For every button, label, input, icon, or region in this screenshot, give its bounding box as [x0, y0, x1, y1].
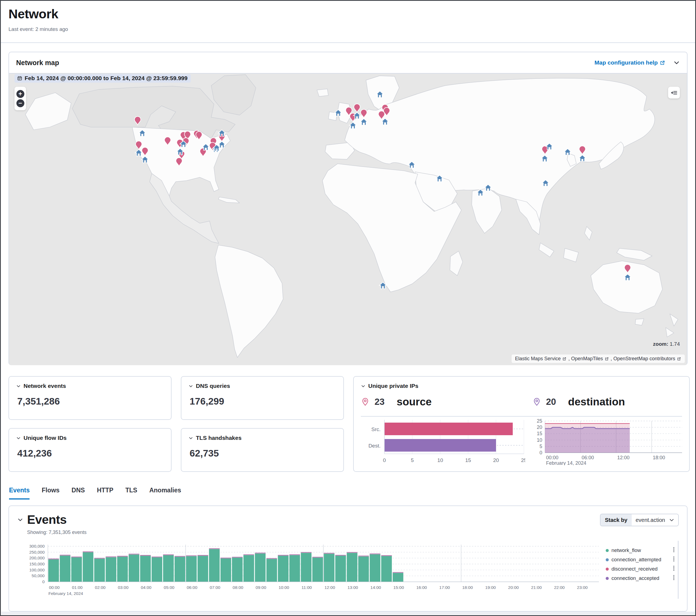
uip-bar[interactable]: [384, 439, 496, 452]
zoom-in-button[interactable]: +: [16, 90, 25, 98]
source-label: source: [397, 396, 432, 408]
legend-options-kebab-icon[interactable]: [673, 556, 675, 563]
tab-events[interactable]: Events: [9, 487, 30, 500]
network-events-card-header[interactable]: Network events: [16, 383, 164, 389]
tls-handshakes-card: TLS handshakes 62,735: [181, 428, 344, 472]
histogram-bar[interactable]: [243, 555, 254, 582]
histogram-bar[interactable]: [94, 559, 105, 582]
histogram-bar[interactable]: [393, 573, 403, 582]
histogram-bar[interactable]: [347, 553, 357, 582]
histogram-bar[interactable]: [369, 554, 380, 582]
legend-options-kebab-icon[interactable]: [673, 575, 675, 582]
histogram-bar[interactable]: [83, 552, 93, 582]
legend-options-kebab-icon[interactable]: [673, 547, 675, 554]
tab-flows[interactable]: Flows: [42, 487, 59, 500]
histogram-bar[interactable]: [381, 556, 392, 582]
svg-text:08:00: 08:00: [233, 585, 243, 590]
events-title-row[interactable]: Events: [17, 512, 86, 527]
map-zoom-indicator: zoom: 1.74: [653, 341, 680, 347]
histogram-bar[interactable]: [140, 556, 151, 582]
network-tabs: EventsFlowsDNSHTTPTLSAnomalies: [9, 487, 181, 500]
histogram-bar[interactable]: [289, 555, 300, 582]
events-histogram: 050,000100,000150,000200,000250,000300,0…: [17, 541, 601, 599]
last-event-text: Last event: 2 minutes ago: [9, 26, 687, 32]
svg-text:02:00: 02:00: [95, 585, 106, 590]
svg-text:200,000: 200,000: [29, 555, 45, 560]
horizontal-scrollbar-track[interactable]: [1, 612, 695, 615]
histogram-bar[interactable]: [255, 553, 266, 582]
histogram-bar[interactable]: [209, 549, 220, 582]
svg-text:12:00: 12:00: [325, 585, 335, 590]
dns-queries-card: DNS queries 176,299: [181, 376, 344, 420]
header-divider: [1, 43, 695, 43]
stack-by-select[interactable]: event.action: [632, 514, 678, 526]
tab-dns[interactable]: DNS: [72, 487, 85, 500]
svg-text:25: 25: [537, 419, 542, 424]
histogram-bar[interactable]: [60, 555, 70, 582]
external-link-icon: [677, 357, 681, 361]
attribution-elastic-maps-link[interactable]: Elastic Maps Service: [515, 356, 560, 362]
tab-tls[interactable]: TLS: [125, 487, 137, 500]
histogram-bar[interactable]: [267, 559, 277, 582]
histogram-bar[interactable]: [175, 557, 185, 582]
unique-ips-summary-row: 23 source 20 destination: [361, 396, 682, 408]
histogram-bar[interactable]: [232, 558, 243, 582]
histogram-bar[interactable]: [301, 553, 312, 582]
histogram-bar[interactable]: [106, 557, 116, 582]
histogram-bar[interactable]: [117, 557, 128, 582]
legend-item-connection_attempted[interactable]: connection_attempted: [606, 555, 678, 564]
dns-queries-card-header[interactable]: DNS queries: [189, 383, 336, 389]
svg-text:Dest.: Dest.: [368, 443, 381, 448]
map-date-range-badge[interactable]: Feb 14, 2024 @ 00:00:00.000 to Feb 14, 2…: [15, 74, 191, 83]
svg-text:10:00: 10:00: [279, 585, 289, 590]
svg-text:20: 20: [493, 457, 499, 463]
uip-bar[interactable]: [384, 423, 513, 435]
histogram-bar[interactable]: [163, 555, 174, 582]
tls-handshakes-card-header[interactable]: TLS handshakes: [189, 435, 336, 441]
network-dashboard: { "page": { "title": "Network", "last_ev…: [0, 0, 696, 616]
svg-text:00:00: 00:00: [49, 585, 60, 590]
legend-item-network_flow[interactable]: network_flow: [606, 546, 678, 555]
svg-text:15: 15: [465, 457, 471, 463]
svg-text:20: 20: [537, 425, 542, 430]
svg-text:00:00: 00:00: [546, 455, 558, 460]
map-configuration-help[interactable]: Map configuration help: [595, 59, 680, 66]
source-ips-group: 23 source: [361, 396, 432, 408]
histogram-bar[interactable]: [129, 554, 139, 582]
chevron-down-icon[interactable]: [673, 59, 680, 66]
histogram-bar[interactable]: [313, 558, 323, 582]
histogram-bar[interactable]: [186, 556, 197, 582]
histogram-bar[interactable]: [324, 554, 335, 582]
attribution-osm-link[interactable]: OpenStreetMap contributors: [613, 356, 675, 362]
zoom-out-button[interactable]: −: [16, 99, 25, 107]
tab-http[interactable]: HTTP: [97, 487, 113, 500]
unique-private-ips-card-header[interactable]: Unique private IPs: [361, 383, 682, 389]
histogram-bar[interactable]: [221, 558, 231, 582]
legend-label: network_flow: [612, 547, 673, 553]
histogram-bar[interactable]: [152, 557, 162, 582]
stack-by-selected-value: event.action: [635, 517, 665, 523]
network-events-value: 7,351,286: [17, 396, 164, 407]
histogram-bar[interactable]: [71, 557, 82, 582]
histogram-bar[interactable]: [335, 556, 346, 582]
attribution-openmaptiles-link[interactable]: OpenMapTiles: [571, 356, 603, 362]
legend-label: disconnect_received: [612, 566, 673, 572]
svg-text:12:00: 12:00: [617, 455, 630, 460]
map-canvas[interactable]: Feb 14, 2024 @ 00:00:00.000 to Feb 14, 2…: [9, 73, 687, 365]
histogram-bar[interactable]: [358, 556, 369, 582]
unique-flow-ids-card-header[interactable]: Unique flow IDs: [16, 435, 164, 441]
map-configuration-help-link[interactable]: Map configuration help: [595, 59, 665, 66]
histogram-bar[interactable]: [48, 559, 59, 582]
map-configuration-help-label: Map configuration help: [595, 59, 658, 66]
legend-item-connection_accepted[interactable]: connection_accepted: [606, 573, 678, 583]
histogram-bar[interactable]: [278, 556, 289, 582]
svg-text:250,000: 250,000: [29, 550, 45, 554]
map-layers-button[interactable]: [668, 87, 680, 98]
svg-text:0: 0: [539, 450, 542, 455]
legend-item-disconnect_received[interactable]: disconnect_received: [606, 564, 678, 573]
svg-text:15: 15: [537, 431, 542, 436]
destination-ip-count: 20: [546, 397, 556, 407]
legend-options-kebab-icon[interactable]: [673, 565, 675, 572]
histogram-bar[interactable]: [197, 556, 208, 582]
tab-anomalies[interactable]: Anomalies: [149, 487, 181, 500]
